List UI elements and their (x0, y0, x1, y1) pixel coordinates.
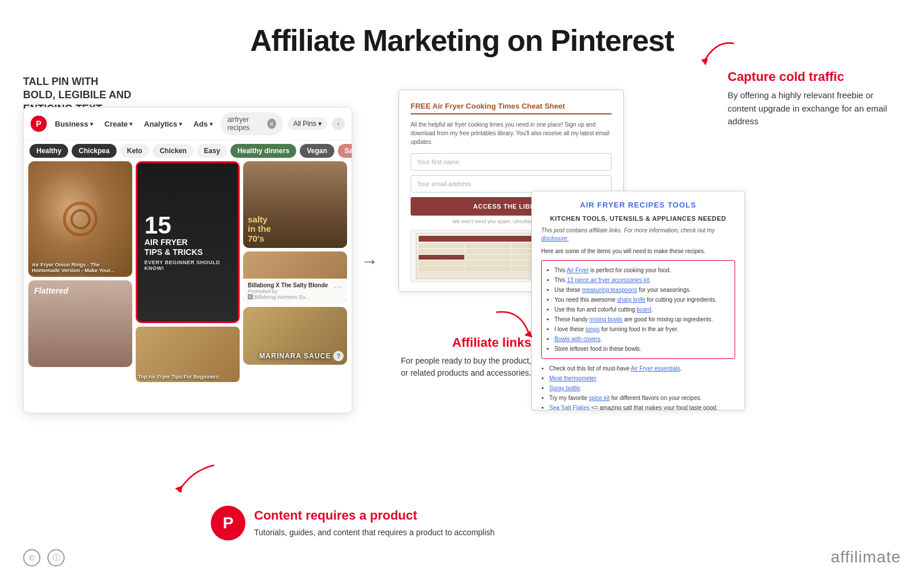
tools-mockup: AIR FRYER RECIPES TOOLS KITCHEN TOOLS, U… (531, 191, 745, 410)
tag-easy[interactable]: Easy (197, 144, 227, 158)
cc-icon: © (23, 549, 40, 566)
tag-healthy[interactable]: Healthy (29, 144, 68, 158)
nav-create[interactable]: Create (101, 117, 136, 131)
content-requires-product-section: P Content requires a product Tutorials, … (202, 506, 495, 540)
list-item: These handy mixing bowls are good for mi… (554, 314, 730, 324)
affiliate-links-description: For people ready to buy the product, or … (393, 355, 531, 379)
pin-col2-bottom: Top Air Fryer Tips For Beginners (136, 327, 240, 382)
bowls-covers-link[interactable]: Bowls with covers (554, 336, 600, 342)
essentials-link[interactable]: Air Fryer essentials (631, 365, 680, 372)
svg-marker-0 (701, 58, 708, 65)
affiliate-links-section: Affiliate links For people ready to buy … (393, 335, 531, 379)
pin-column-2: 15 AIR FRYERTIPS & TRICKS EVERY BEGINNER… (136, 161, 240, 382)
list-item: Try my favorite spice kit for different … (549, 393, 735, 403)
capture-cold-traffic-title: Capture cold traffic (728, 69, 901, 84)
capture-title-area: Capture cold traffic (728, 69, 901, 84)
tag-chicken[interactable]: Chicken (152, 144, 193, 158)
spray-link[interactable]: Spray bottle (549, 385, 580, 391)
capture-arrow-icon (693, 38, 739, 72)
list-item: Check out this list of must-have Air Fry… (549, 364, 735, 373)
bowls-link[interactable]: mixing bowls (590, 316, 623, 323)
pin-top-tips[interactable]: Top Air Fryer Tips For Beginners (136, 327, 240, 382)
affilimate-brand: affilimate (830, 548, 901, 566)
pin-flattered[interactable]: Flattered (28, 280, 132, 367)
list-item: Meat thermometer. (549, 373, 735, 383)
affiliate-arrow-icon (491, 301, 537, 341)
bottom-credits: © ⓘ (23, 549, 65, 566)
salt-link[interactable]: Sea Salt Flakes (549, 405, 590, 410)
email-mockup-description: All the helpful air fryer cooking times … (411, 120, 612, 146)
tools-red-list-box: This Air Fryer is perfect for cooking yo… (541, 260, 735, 359)
capture-cold-traffic-section: Capture cold traffic By offering a highl… (728, 69, 901, 128)
pin-marinara[interactable]: MARINARA SAUCE ? (243, 307, 347, 365)
content-text-block: Content requires a product Tutorials, gu… (254, 506, 495, 539)
spice-link[interactable]: spice kit (589, 395, 610, 401)
tools-red-list: This Air Fryer is perfect for cooking yo… (546, 265, 730, 354)
search-bar[interactable]: airfryer recipes ✕ (221, 112, 283, 135)
email-input[interactable]: Your email address (411, 175, 612, 192)
teaspoons-link[interactable]: measuring teaspoons (582, 287, 638, 293)
list-item: I love these tongs for turning food in t… (554, 324, 730, 334)
list-item: Spray bottle. (549, 383, 735, 393)
airfryer-link[interactable]: Air Fryer (567, 267, 588, 273)
list-item: You need this awesome sharp knife for cu… (554, 295, 730, 305)
email-mockup-title: FREE Air Fryer Cooking Times Cheat Sheet (411, 102, 612, 114)
pin-onion-text: Air Fryer Onion Rings - The Homemade Ver… (32, 262, 129, 273)
list-item: Store leftover food in these bowls. (554, 344, 730, 354)
affiliate-title-area: Affiliate links (393, 335, 531, 350)
knife-link[interactable]: sharp knife (617, 297, 646, 303)
tag-healthy-dinners[interactable]: Healthy dinners (230, 144, 296, 158)
disclosure-link[interactable]: disclosure. (541, 235, 569, 242)
content-requires-description: Tutorials, guides, and content that requ… (254, 527, 495, 539)
tag-keto[interactable]: Keto (120, 144, 150, 158)
tools-title: AIR FRYER RECIPES TOOLS (541, 201, 735, 209)
tongs-link[interactable]: tongs (586, 326, 599, 332)
list-item: Use these measuring teaspoons for your s… (554, 285, 730, 295)
pin-column-1: Air Fryer Onion Rings - The Homemade Ver… (28, 161, 132, 382)
nav-ads[interactable]: Ads (190, 117, 216, 131)
pinterest-mockup: P Business Create Analytics Ads airfryer… (23, 107, 352, 413)
pinterest-topbar: P Business Create Analytics Ads airfryer… (24, 108, 352, 140)
tools-plain-list: Check out this list of must-have Air Fry… (541, 364, 735, 410)
tools-subtitle: KITCHEN TOOLS, UTENSILS & APPLIANCES NEE… (541, 215, 735, 222)
pin-column-3: saltyin the70's Billabong X The Salty Bl… (243, 161, 347, 382)
pin-grid: Air Fryer Onion Rings - The Homemade Ver… (24, 161, 352, 387)
board-link[interactable]: board (636, 306, 651, 313)
content-requires-title: Content requires a product (254, 508, 495, 523)
nav-business[interactable]: Business (51, 117, 96, 131)
tools-affiliate-notice: This post contains affiliate links. For … (541, 227, 735, 243)
tag-salmon[interactable]: Salmon (338, 144, 352, 158)
pin-salty[interactable]: saltyin the70's (243, 161, 347, 248)
pin-onion-rings[interactable]: Air Fryer Onion Rings - The Homemade Ver… (28, 161, 132, 277)
tools-intro: Here are some of the items you will need… (541, 247, 735, 255)
list-item: This Air Fryer is perfect for cooking yo… (554, 265, 730, 275)
info-icon: ⓘ (47, 549, 65, 566)
list-item: Sea Salt Flakes <= amazing salt that mak… (549, 403, 735, 410)
filter-dropdown[interactable]: All Pins ▾ (288, 117, 327, 130)
content-pinterest-icon: P (211, 506, 245, 540)
pin-promoted-card: Billabong X The Salty Blonde Promoted by… (243, 279, 347, 303)
pin-billabong[interactable]: Billabong X The Salty Blonde Promoted by… (243, 251, 347, 303)
thermometer-link[interactable]: Meat thermometer (549, 375, 596, 381)
airfryer-overlay: 15 AIR FRYERTIPS & TRICKS EVERY BEGINNER… (137, 163, 238, 321)
arrow-right-icon: → (361, 251, 378, 271)
tags-row: Healthy Chickpea Keto Chicken Easy Healt… (24, 140, 352, 161)
tag-chickpea[interactable]: Chickpea (72, 144, 116, 158)
pinterest-logo: P (31, 116, 47, 132)
list-item: Bowls with covers. (554, 334, 730, 344)
nav-arrow[interactable]: › (332, 117, 345, 130)
list-item: This 13 piece air fryer accessories kit. (554, 275, 730, 285)
content-arrow-icon (167, 460, 225, 500)
nav-analytics[interactable]: Analytics (140, 117, 185, 131)
capture-cold-traffic-description: By offering a highly relevant freebie or… (728, 89, 901, 128)
accessories-link[interactable]: 13 piece air fryer accessories kit (567, 277, 650, 283)
tag-vegan[interactable]: Vegan (300, 144, 334, 158)
pin-airfryer-tips[interactable]: 15 AIR FRYERTIPS & TRICKS EVERY BEGINNER… (136, 161, 240, 323)
first-name-input[interactable]: Your first name (411, 153, 612, 171)
list-item: Use this fun and colorful cutting board. (554, 305, 730, 314)
search-clear-icon[interactable]: ✕ (267, 118, 275, 129)
page-title: Affiliate Marketing on Pinterest (0, 0, 924, 58)
